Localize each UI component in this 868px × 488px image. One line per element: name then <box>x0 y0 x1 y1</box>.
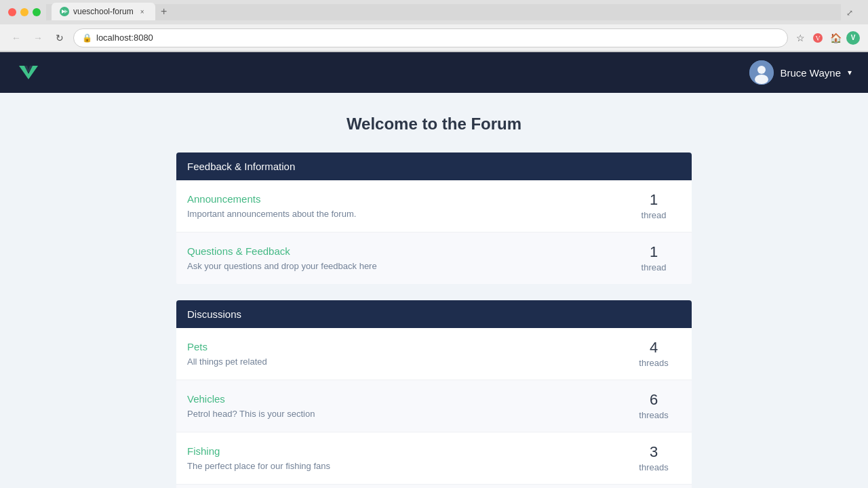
stat-label: threads <box>639 358 668 368</box>
browser-titlebar: vueschool-forum × + ⤢ <box>0 0 868 24</box>
section-discussions: DiscussionsPetsAll things pet related4th… <box>176 300 692 488</box>
browser-chrome: vueschool-forum × + ⤢ ← → ↻ 🔒 localhost:… <box>0 0 868 52</box>
logo-icon <box>16 60 41 85</box>
url-text: localhost:8080 <box>96 33 779 43</box>
list-item[interactable]: FishingThe perfect place for our fishing… <box>176 432 692 485</box>
forum-item-info: VehiclesPetrol head? This is your sectio… <box>187 393 627 420</box>
user-menu[interactable]: Bruce Wayne ▾ <box>749 60 852 85</box>
stat-count: 4 <box>627 339 681 357</box>
lock-icon: 🔒 <box>82 33 92 43</box>
svg-point-7 <box>757 66 766 74</box>
tab-close-button[interactable]: × <box>138 7 147 16</box>
forum-item-title[interactable]: Vehicles <box>187 393 627 405</box>
forum-item-title[interactable]: Announcements <box>187 193 627 205</box>
reload-button[interactable]: ↻ <box>52 30 68 46</box>
home-icon[interactable]: 🏠 <box>829 31 842 45</box>
forum-item-stats: 1thread <box>627 243 681 273</box>
stat-count: 1 <box>627 243 681 261</box>
close-window-button[interactable] <box>8 8 16 16</box>
stat-label: threads <box>639 462 668 472</box>
stat-count: 6 <box>627 391 681 409</box>
list-item[interactable]: CookingDiscuss your passion for food and… <box>176 485 692 488</box>
window-control-expand: ⤢ <box>846 6 860 18</box>
browser-tab[interactable]: vueschool-forum × <box>52 3 155 20</box>
main-content: Welcome to the Forum Feedback & Informat… <box>163 93 705 488</box>
vueschool-profile-icon[interactable]: V <box>846 31 860 45</box>
list-item[interactable]: PetsAll things pet related4threads <box>176 328 692 380</box>
svg-text:V: V <box>815 35 821 42</box>
toolbar-icons: ☆ V 🏠 V <box>793 31 860 45</box>
svg-point-8 <box>755 75 768 84</box>
forum-item-stats: 3threads <box>627 443 681 473</box>
minimize-window-button[interactable] <box>20 8 28 16</box>
app: Bruce Wayne ▾ Welcome to the Forum Feedb… <box>0 52 868 488</box>
forum-item-title[interactable]: Pets <box>187 341 627 352</box>
stat-count: 3 <box>627 443 681 461</box>
forum-item-stats: 6threads <box>627 391 681 421</box>
tab-favicon-icon <box>60 7 69 16</box>
app-header: Bruce Wayne ▾ <box>0 52 868 93</box>
section-body-feedback: AnnouncementsImportant announcements abo… <box>176 180 692 284</box>
section-feedback: Feedback & InformationAnnouncementsImpor… <box>176 152 692 284</box>
forum-item-description: Ask your questions and drop your feedbac… <box>187 261 377 271</box>
section-header-discussions: Discussions <box>176 300 692 328</box>
traffic-lights <box>8 8 41 16</box>
stat-label: thread <box>642 262 667 272</box>
avatar <box>749 60 774 85</box>
sections-container: Feedback & InformationAnnouncementsImpor… <box>176 152 692 488</box>
forum-item-description: All things pet related <box>187 357 267 367</box>
forum-item-description: Petrol head? This is your section <box>187 409 315 419</box>
stat-count: 1 <box>627 191 681 209</box>
user-name: Bruce Wayne <box>781 67 841 79</box>
app-logo[interactable] <box>16 60 41 85</box>
list-item[interactable]: VehiclesPetrol head? This is your sectio… <box>176 380 692 432</box>
vivaldi-icon[interactable]: V <box>811 31 825 45</box>
page-title: Welcome to the Forum <box>176 115 692 134</box>
stat-label: thread <box>642 210 667 220</box>
stat-label: threads <box>639 410 668 420</box>
forum-item-description: The perfect place for our fishing fans <box>187 461 330 471</box>
new-tab-button[interactable]: + <box>155 3 173 20</box>
forum-item-stats: 1thread <box>627 191 681 221</box>
browser-toolbar: ← → ↻ 🔒 localhost:8080 ☆ V 🏠 V <box>0 24 868 52</box>
forum-item-info: PetsAll things pet related <box>187 341 627 367</box>
forum-item-title[interactable]: Questions & Feedback <box>187 245 627 257</box>
section-header-feedback: Feedback & Information <box>176 152 692 180</box>
forum-item-info: AnnouncementsImportant announcements abo… <box>187 193 627 220</box>
tab-title: vueschool-forum <box>73 7 134 16</box>
list-item[interactable]: AnnouncementsImportant announcements abo… <box>176 180 692 232</box>
list-item[interactable]: Questions & FeedbackAsk your questions a… <box>176 232 692 284</box>
forum-item-info: FishingThe perfect place for our fishing… <box>187 445 627 472</box>
chevron-down-icon: ▾ <box>848 68 852 77</box>
section-body-discussions: PetsAll things pet related4threadsVehicl… <box>176 328 692 488</box>
back-button[interactable]: ← <box>8 30 24 46</box>
forum-item-stats: 4threads <box>627 339 681 369</box>
svg-marker-1 <box>64 9 68 14</box>
forum-item-title[interactable]: Fishing <box>187 445 627 457</box>
address-bar[interactable]: 🔒 localhost:8080 <box>73 28 788 47</box>
forum-item-info: Questions & FeedbackAsk your questions a… <box>187 245 627 272</box>
forum-item-description: Important announcements about the forum. <box>187 209 356 219</box>
bookmark-icon[interactable]: ☆ <box>793 31 807 45</box>
maximize-window-button[interactable] <box>33 8 41 16</box>
forward-button[interactable]: → <box>30 30 46 46</box>
